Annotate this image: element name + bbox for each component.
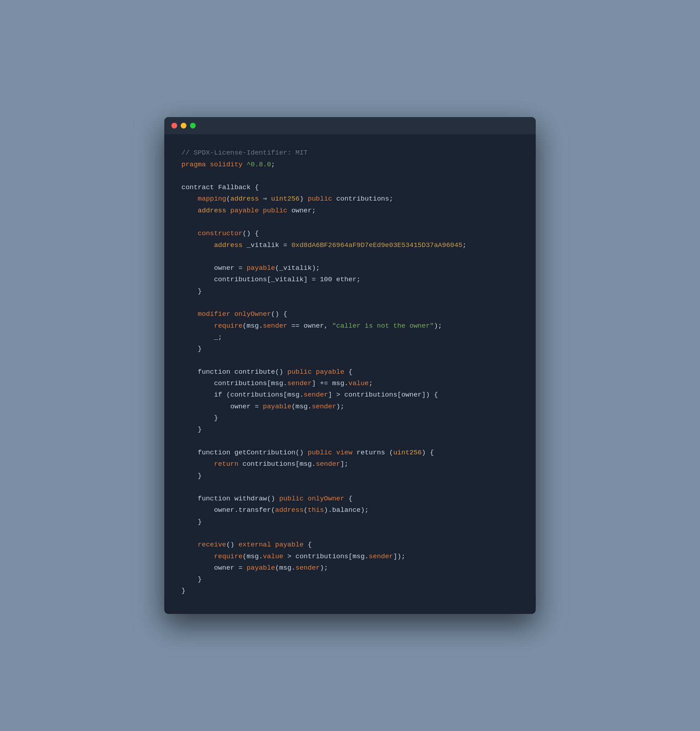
code-line: pragma solidity ^0.8.0; — [181, 159, 519, 170]
code-line: function getContribution() public view r… — [181, 447, 519, 458]
code-line: owner = payable(_vitalik); — [181, 262, 519, 274]
code-line: modifier onlyOwner() { — [181, 308, 519, 320]
code-line: } — [181, 516, 519, 527]
code-line: } — [181, 585, 519, 596]
code-line: owner = payable(msg.sender); — [181, 401, 519, 412]
code-line: function withdraw() public onlyOwner { — [181, 493, 519, 504]
code-line: constructor() { — [181, 228, 519, 239]
code-line: require(msg.sender == owner, "caller is … — [181, 320, 519, 332]
code-line: } — [181, 412, 519, 424]
code-line: address _vitalik = 0xd8dA6BF26964aF9D7eE… — [181, 239, 519, 251]
titlebar — [164, 117, 536, 134]
code-line: if (contributions[msg.sender] > contribu… — [181, 389, 519, 401]
code-line: require(msg.value > contributions[msg.se… — [181, 551, 519, 562]
code-line: owner.transfer(address(this).balance); — [181, 504, 519, 516]
code-line: function contribute() public payable { — [181, 366, 519, 378]
code-line: contributions[msg.sender] += msg.value; — [181, 378, 519, 389]
code-line: receive() external payable { — [181, 539, 519, 550]
maximize-dot[interactable] — [190, 123, 196, 129]
minimize-dot[interactable] — [181, 123, 187, 129]
close-dot[interactable] — [171, 123, 177, 129]
code-line: contributions[_vitalik] = 100 ether; — [181, 274, 519, 285]
code-line: } — [181, 286, 519, 297]
code-line: _; — [181, 332, 519, 343]
code-line: } — [181, 574, 519, 585]
code-line: } — [181, 470, 519, 481]
code-line: contract Fallback { — [181, 182, 519, 193]
code-line: // SPDX-License-Identifier: MIT — [181, 147, 519, 159]
code-window: // SPDX-License-Identifier: MIT pragma s… — [164, 117, 536, 614]
code-line: } — [181, 343, 519, 354]
code-editor: // SPDX-License-Identifier: MIT pragma s… — [164, 134, 536, 614]
code-line: mapping(address ⇒ uint256) public contri… — [181, 193, 519, 204]
code-line: owner = payable(msg.sender); — [181, 562, 519, 574]
code-line: } — [181, 424, 519, 435]
code-line: address payable public owner; — [181, 205, 519, 216]
code-line: return contributions[msg.sender]; — [181, 458, 519, 470]
